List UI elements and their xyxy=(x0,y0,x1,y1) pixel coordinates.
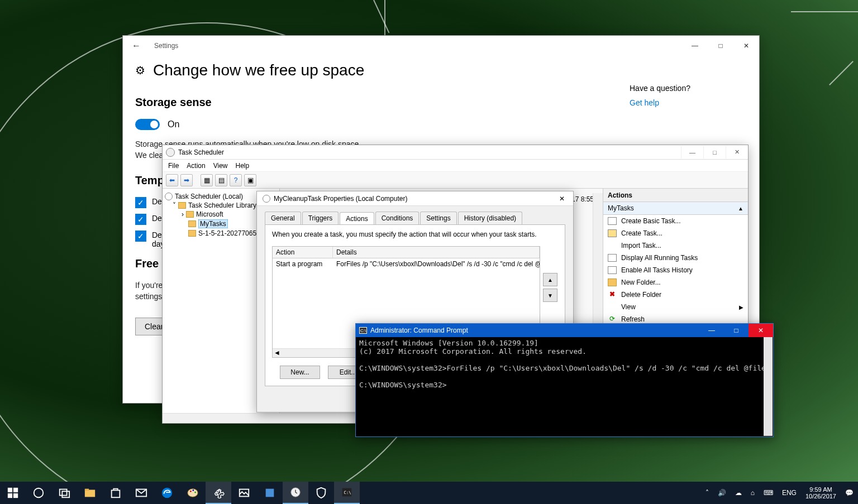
forward-icon[interactable]: ➡ xyxy=(180,174,193,186)
action-create-basic-task[interactable]: Create Basic Task... xyxy=(603,215,748,227)
paint-icon[interactable] xyxy=(180,482,206,504)
svg-rect-1 xyxy=(13,488,18,492)
action-view[interactable]: View▶ xyxy=(603,301,748,313)
file-explorer-icon[interactable] xyxy=(77,482,103,504)
settings-app-title: Settings xyxy=(154,42,682,50)
new-button[interactable]: New... xyxy=(280,366,320,379)
menu-help[interactable]: Help xyxy=(236,162,250,170)
command-prompt-taskbar-icon[interactable]: C:\ xyxy=(334,482,360,504)
view-icon xyxy=(608,303,617,311)
task-view-icon[interactable] xyxy=(51,482,77,504)
action-enable-history[interactable]: Enable All Tasks History xyxy=(603,264,748,276)
maximize-button[interactable]: □ xyxy=(708,37,733,54)
document-icon xyxy=(608,217,617,225)
expand-icon[interactable]: ˅ xyxy=(173,201,176,209)
clock-icon xyxy=(263,195,270,203)
onedrive-icon[interactable]: ☁ xyxy=(731,482,746,504)
list-icon xyxy=(608,254,617,262)
properties-tabs: General Triggers Actions Conditions Sett… xyxy=(257,206,573,224)
tab-settings[interactable]: Settings xyxy=(420,212,456,224)
clock-icon xyxy=(165,193,173,200)
network-icon[interactable]: ⌂ xyxy=(746,482,759,504)
actions-header: Actions xyxy=(603,189,748,202)
action-import-task[interactable]: Import Task... xyxy=(603,239,748,252)
folder-icon xyxy=(608,279,617,286)
close-button[interactable]: ✕ xyxy=(726,146,748,159)
menu-view[interactable]: View xyxy=(213,162,228,170)
language-indicator[interactable]: ENG xyxy=(778,482,801,504)
security-icon[interactable] xyxy=(308,482,334,504)
import-icon xyxy=(608,242,617,249)
tree-item-mytasks[interactable]: MyTasks xyxy=(198,219,228,228)
folder-icon xyxy=(188,230,196,237)
command-prompt-content[interactable]: Microsoft Windows [Version 10.0.16299.19… xyxy=(356,337,773,392)
actions-context[interactable]: MyTasks ▲ xyxy=(603,202,748,215)
clock[interactable]: 9:59 AM 10/26/2017 xyxy=(801,482,841,504)
close-button[interactable]: ✕ xyxy=(733,37,759,54)
toolbar-button[interactable]: ▣ xyxy=(244,174,256,186)
close-button[interactable]: ✕ xyxy=(551,195,573,203)
help-icon[interactable]: ? xyxy=(230,174,242,186)
back-button[interactable]: ← xyxy=(132,41,141,51)
svg-rect-3 xyxy=(13,493,18,498)
tab-triggers[interactable]: Triggers xyxy=(302,212,339,224)
tab-general[interactable]: General xyxy=(265,212,301,224)
svg-rect-5 xyxy=(60,489,67,496)
table-row[interactable]: Start a program ForFiles /p "C:\Users\xb… xyxy=(273,258,540,270)
toolbar-button[interactable]: ▦ xyxy=(201,174,213,186)
svg-rect-7 xyxy=(85,490,95,497)
task-scheduler-menubar: File Action View Help xyxy=(163,160,748,172)
svg-text:C:\: C:\ xyxy=(344,490,351,495)
settings-taskbar-icon[interactable] xyxy=(206,482,231,504)
collapse-icon[interactable]: ▲ xyxy=(738,205,743,212)
column-details: Details xyxy=(333,247,540,258)
taskbar-app-icon[interactable] xyxy=(257,482,283,504)
tray-chevron-icon[interactable]: ˄ xyxy=(701,482,713,504)
close-button[interactable]: ✕ xyxy=(749,324,773,337)
mail-icon[interactable] xyxy=(128,482,154,504)
svg-rect-0 xyxy=(8,488,12,492)
task-scheduler-taskbar-icon[interactable] xyxy=(283,482,308,504)
action-center-icon[interactable]: 💬 xyxy=(841,482,858,504)
checkbox-icon[interactable]: ✓ xyxy=(135,231,146,242)
help-question-label: Have a question? xyxy=(630,84,747,93)
minimize-button[interactable]: — xyxy=(682,37,708,54)
volume-icon[interactable]: 🔊 xyxy=(713,482,731,504)
action-create-task[interactable]: Create Task... xyxy=(603,227,748,239)
checkbox-icon[interactable]: ✓ xyxy=(135,197,146,208)
tab-history[interactable]: History (disabled) xyxy=(458,212,522,224)
menu-action[interactable]: Action xyxy=(187,162,205,170)
tab-actions[interactable]: Actions xyxy=(340,212,374,225)
start-button[interactable] xyxy=(0,482,26,504)
maximize-button[interactable]: □ xyxy=(703,146,726,159)
toolbar-button[interactable]: ▤ xyxy=(215,174,227,186)
maximize-button[interactable]: □ xyxy=(724,324,749,337)
checkbox-icon[interactable]: ✓ xyxy=(135,214,146,225)
action-display-running[interactable]: Display All Running Tasks xyxy=(603,252,748,264)
menu-file[interactable]: File xyxy=(168,162,179,170)
folder-icon xyxy=(186,211,194,218)
storage-sense-toggle[interactable] xyxy=(135,119,160,130)
store-icon[interactable] xyxy=(103,482,128,504)
scrollbar-vertical[interactable] xyxy=(764,337,773,436)
expand-icon[interactable]: › xyxy=(182,210,184,218)
action-delete-folder[interactable]: ✖Delete Folder xyxy=(603,289,748,301)
svg-rect-9 xyxy=(112,490,120,497)
keyboard-icon[interactable]: ⌨ xyxy=(759,482,778,504)
move-up-button[interactable]: ▲ xyxy=(543,273,557,286)
cortana-icon[interactable] xyxy=(26,482,51,504)
properties-titlebar: MyCleanupTask Properties (Local Computer… xyxy=(257,191,573,206)
get-help-link[interactable]: Get help xyxy=(630,98,747,107)
photos-icon[interactable] xyxy=(231,482,257,504)
taskbar: C:\ ˄ 🔊 ☁ ⌂ ⌨ ENG 9:59 AM 10/26/2017 💬 xyxy=(0,482,858,504)
toggle-label: On xyxy=(168,119,179,129)
page-title: ⚙ Change how we free up space xyxy=(135,61,618,79)
minimize-button[interactable]: — xyxy=(699,324,724,337)
back-icon[interactable]: ⬅ xyxy=(166,174,178,186)
minimize-button[interactable]: — xyxy=(681,146,703,159)
action-new-folder[interactable]: New Folder... xyxy=(603,276,748,289)
svg-point-15 xyxy=(194,492,196,493)
move-down-button[interactable]: ▼ xyxy=(543,289,557,302)
edge-icon[interactable] xyxy=(154,482,180,504)
tab-conditions[interactable]: Conditions xyxy=(375,212,420,224)
